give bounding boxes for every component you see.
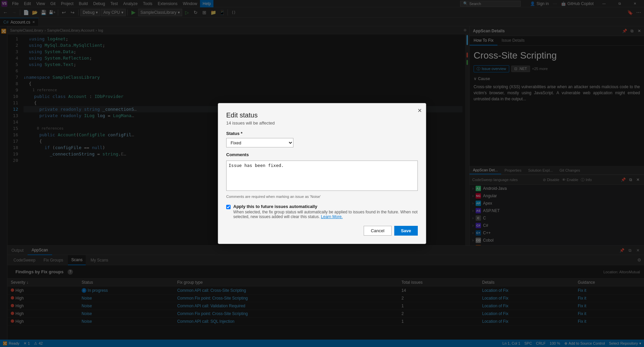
save-button[interactable]: Save <box>394 226 418 236</box>
checkbox-label: Apply this to future issues automaticall… <box>233 204 418 209</box>
checkbox-row: Apply this to future issues automaticall… <box>226 204 418 219</box>
dialog-close-button[interactable]: ✕ <box>417 107 422 114</box>
dialog-subtitle: 14 issues will be affected <box>226 120 418 126</box>
dialog-overlay: ✕ Edit status 14 issues will be affected… <box>0 0 644 347</box>
edit-status-dialog: ✕ Edit status 14 issues will be affected… <box>218 103 426 244</box>
comments-textarea[interactable]: Issue has been fixed. <box>226 161 418 191</box>
cancel-button[interactable]: Cancel <box>364 226 391 236</box>
future-issues-checkbox[interactable] <box>226 205 231 209</box>
comments-field-label: Comments <box>226 152 418 157</box>
checkbox-desc: When selected, the fix group status will… <box>233 210 418 219</box>
comments-hint: Comments are required when marking an is… <box>226 195 418 199</box>
dialog-title: Edit status <box>226 111 418 119</box>
learn-more-link[interactable]: Learn More. <box>321 214 343 219</box>
status-field-label: Status * <box>226 131 418 136</box>
dialog-footer: Cancel Save <box>226 226 418 236</box>
status-select[interactable]: Fixed New Noise In progress Open Passed <box>226 138 293 147</box>
